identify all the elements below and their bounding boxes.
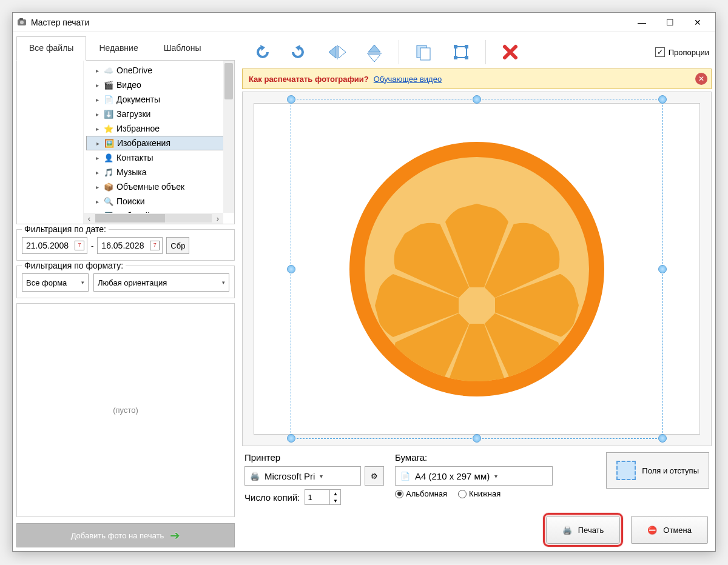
tree-node[interactable]: ▸🔍Поиски (86, 194, 234, 209)
printer-icon: 🖨️ (250, 472, 260, 481)
printer-group: Принтер 🖨️ Microsoft Pri ▾ ⚙ Число копий… (244, 452, 384, 505)
window-title: Мастер печати (31, 18, 89, 27)
resize-handle[interactable] (287, 95, 295, 104)
svg-point-1 (20, 21, 24, 24)
print-page[interactable] (254, 103, 700, 435)
paper-label: Бумага: (395, 452, 553, 463)
svg-rect-2 (19, 18, 23, 20)
folder-icon: ⭐ (103, 123, 114, 134)
tab-templates[interactable]: Шаблоны (151, 36, 214, 61)
chevron-down-icon: ▾ (222, 279, 225, 286)
maximize-button[interactable]: ☐ (656, 13, 684, 32)
orientation-select[interactable]: Любая ориентация ▾ (93, 273, 229, 292)
svg-rect-6 (420, 48, 430, 60)
date-from-input[interactable]: 7 (22, 237, 87, 254)
svg-rect-11 (465, 56, 468, 59)
gear-icon: ⚙ (371, 472, 378, 481)
date-to-input[interactable]: 7 (97, 237, 163, 254)
minimize-button[interactable]: — (628, 13, 656, 32)
tree-node[interactable]: ▸📦Объемные объек (86, 179, 234, 194)
rotate-left-button[interactable] (244, 39, 278, 65)
folder-icon: ⬇️ (103, 109, 114, 119)
resize-handle[interactable] (658, 265, 667, 273)
copy-button[interactable] (406, 39, 440, 65)
info-link[interactable]: Обучающее видео (374, 75, 442, 84)
resize-handle[interactable] (473, 95, 481, 104)
tree-node[interactable]: ▸🖼️Изображения (86, 136, 234, 150)
tree-node-label: Видео (116, 80, 141, 90)
calendar-icon[interactable]: 7 (150, 241, 160, 250)
margins-icon (616, 461, 636, 480)
print-label: Печать (578, 526, 604, 535)
tree-node-label: Объемные объек (116, 182, 184, 192)
spinner-down-icon[interactable]: ▼ (329, 497, 340, 504)
titlebar: Мастер печати — ☐ ✕ (13, 13, 715, 32)
infobar-close-button[interactable]: ✕ (695, 73, 707, 85)
calendar-icon[interactable]: 7 (75, 241, 84, 250)
margins-label: Поля и отступы (642, 466, 699, 475)
resize-handle[interactable] (658, 95, 667, 104)
chevron-down-icon: ▾ (494, 473, 497, 480)
checkbox-icon: ✓ (655, 47, 665, 57)
printer-settings-button[interactable]: ⚙ (365, 466, 384, 486)
add-photo-button[interactable]: Добавить фото на печать ➔ (16, 523, 235, 547)
flip-horizontal-button[interactable] (357, 39, 391, 65)
tab-all-files[interactable]: Все файлы (16, 36, 86, 61)
resize-handle[interactable] (473, 434, 481, 443)
preview-image[interactable] (349, 142, 604, 396)
proportions-label: Пропорции (669, 48, 709, 57)
reset-date-button[interactable]: Сбр (166, 237, 189, 254)
tree-vertical-scrollbar[interactable] (223, 61, 234, 213)
tree-node[interactable]: ▸👤Контакты (86, 150, 234, 165)
tree-node-label: Документы (116, 95, 160, 104)
paper-select[interactable]: 📄 A4 (210 x 297 мм) ▾ (395, 466, 553, 486)
format-value: Все форма (26, 278, 78, 287)
margins-button[interactable]: Поля и отступы (606, 452, 709, 489)
spinner-up-icon[interactable]: ▲ (329, 490, 340, 497)
info-question: Как распечатать фотографии? (249, 75, 369, 84)
action-row: 🖨️ Печать ⛔ Отмена (242, 505, 712, 547)
date-to-value[interactable] (100, 240, 150, 251)
close-button[interactable]: ✕ (684, 13, 712, 32)
tree-node[interactable]: ▸📄Документы (86, 92, 234, 107)
resize-handle[interactable] (287, 265, 295, 273)
tree-node-label: Загрузки (116, 109, 150, 119)
app-icon (16, 17, 27, 28)
copies-value[interactable] (305, 490, 329, 504)
flip-vertical-button[interactable] (320, 39, 354, 65)
date-dash: - (91, 241, 93, 250)
empty-label: (пусто) (113, 406, 138, 415)
orientation-value: Любая ориентация (98, 278, 218, 287)
tree-node[interactable]: ▸🎵Музыка (86, 165, 234, 179)
tree-node[interactable]: ▸⭐Избранное (86, 121, 234, 136)
tree-horizontal-scrollbar[interactable]: ‹› (84, 213, 223, 224)
crop-button[interactable] (444, 39, 478, 65)
printer-select[interactable]: 🖨️ Microsoft Pri ▾ (244, 466, 361, 486)
arrow-right-icon: ➔ (170, 528, 180, 543)
folder-tree[interactable]: ▸☁️OneDrive▸🎬Видео▸📄Документы▸⬇️Загрузки… (84, 61, 234, 224)
date-from-value[interactable] (25, 240, 75, 251)
landscape-radio[interactable]: Альбомная (395, 489, 447, 498)
chevron-down-icon: ▾ (320, 473, 323, 480)
delete-button[interactable] (493, 39, 527, 65)
rotate-right-button[interactable] (282, 39, 316, 65)
format-select[interactable]: Все форма ▾ (22, 273, 89, 292)
tree-node[interactable]: ▸☁️OneDrive (86, 63, 234, 78)
tree-node-label: Поиски (116, 196, 145, 206)
tree-node[interactable]: ▸🎬Видео (86, 78, 234, 92)
resize-handle[interactable] (287, 434, 295, 443)
copies-spinner[interactable]: ▲▼ (305, 489, 341, 505)
tree-node[interactable]: ▸⬇️Загрузки (86, 107, 234, 121)
resize-handle[interactable] (658, 434, 667, 443)
printer-value: Microsoft Pri (265, 471, 315, 481)
tab-recent[interactable]: Недавние (86, 36, 150, 61)
copies-label: Число копий: (244, 492, 300, 503)
tree-caret-icon: ▸ (96, 96, 102, 103)
cancel-button[interactable]: ⛔ Отмена (631, 516, 708, 544)
folder-icon: 👤 (103, 152, 114, 163)
folder-icon: ☁️ (103, 65, 114, 76)
portrait-radio[interactable]: Книжная (458, 489, 500, 498)
tree-node-label: Изображения (117, 138, 170, 148)
print-button[interactable]: 🖨️ Печать (546, 516, 621, 544)
proportions-checkbox[interactable]: ✓ Пропорции (655, 47, 709, 57)
